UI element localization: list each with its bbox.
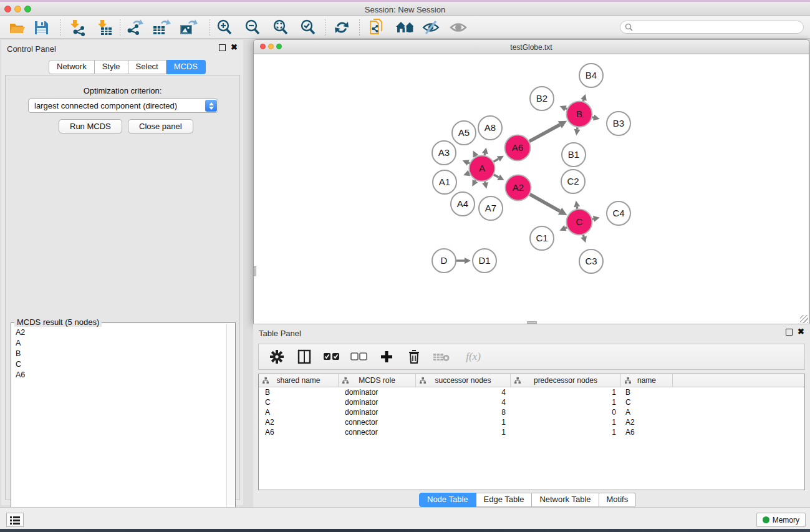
function-builder-icon[interactable]: f(x) [460, 347, 487, 366]
table-cell[interactable]: A [621, 407, 673, 417]
tab-node-table[interactable]: Node Table [419, 493, 476, 507]
result-item[interactable]: C [12, 359, 226, 369]
add-column-icon[interactable] [377, 347, 396, 366]
save-session-icon[interactable] [31, 18, 51, 37]
zoom-fit-icon[interactable] [271, 18, 291, 37]
table-cell[interactable]: B [259, 387, 339, 397]
table-cell[interactable]: 4 [416, 387, 511, 397]
table-cell[interactable]: connector [339, 417, 416, 427]
home-view-icon[interactable] [395, 18, 415, 37]
table-row[interactable]: A6connector11A6 [259, 427, 804, 437]
clone-network-icon[interactable] [367, 18, 387, 37]
edge-B-B3[interactable] [592, 117, 594, 118]
edge-A-A4[interactable] [475, 180, 476, 181]
table-cell[interactable]: dominator [339, 387, 416, 397]
edge-B-B4[interactable] [583, 100, 584, 101]
edge-A-A6[interactable] [494, 159, 499, 162]
hide-selected-icon[interactable] [421, 18, 441, 37]
table-row[interactable]: Adominator80A [259, 407, 804, 417]
search-box[interactable] [620, 21, 804, 34]
export-table-icon[interactable] [151, 18, 171, 37]
deselect-all-icon[interactable] [350, 347, 369, 366]
close-panel-icon[interactable]: ✖ [231, 43, 238, 52]
column-layout-icon[interactable] [295, 347, 314, 366]
table-row[interactable]: Cdominator41C [259, 397, 804, 407]
tab-mcds[interactable]: MCDS [166, 60, 206, 74]
table-cell[interactable]: 4 [416, 397, 511, 407]
column-header-name[interactable]: name [621, 374, 673, 387]
edge-C-C3[interactable] [583, 235, 584, 237]
network-graph[interactable]: B4B2BB3A8A5A6A3B1AA1C2A2A4A7C4CC1C3DD1 [254, 54, 809, 324]
delete-table-icon[interactable] [432, 347, 451, 366]
import-network-icon[interactable] [67, 18, 87, 37]
table-cell[interactable]: A6 [621, 427, 673, 437]
edge-A2-C[interactable] [530, 195, 560, 211]
show-all-icon[interactable] [448, 18, 468, 37]
settings-gear-icon[interactable] [268, 347, 286, 366]
tab-network[interactable]: Network [49, 60, 95, 74]
table-cell[interactable]: 1 [416, 427, 511, 437]
close-panel-button[interactable]: Close panel [128, 119, 193, 133]
zoom-in-icon[interactable] [215, 18, 234, 37]
table-cell[interactable]: dominator [339, 397, 416, 407]
result-item[interactable]: A6 [12, 369, 226, 380]
table-cell[interactable]: C [259, 397, 339, 407]
table-cell[interactable]: 8 [416, 407, 511, 417]
splitter-handle-icon[interactable] [527, 321, 537, 324]
tab-network-table[interactable]: Network Table [532, 493, 599, 507]
mcds-result-list[interactable]: A2ABCA6 [12, 327, 226, 531]
table-row[interactable]: Bdominator41B [259, 387, 804, 397]
table-cell[interactable]: dominator [339, 407, 416, 417]
tab-style[interactable]: Style [95, 60, 128, 74]
table-cell[interactable]: C [621, 397, 673, 407]
tab-motifs[interactable]: Motifs [599, 493, 637, 507]
tab-select[interactable]: Select [128, 60, 166, 74]
node-table[interactable]: shared nameMCDS rolesuccessor nodesprede… [258, 374, 805, 490]
column-header-MCDS-role[interactable]: MCDS role [339, 374, 416, 387]
search-input[interactable] [635, 23, 803, 32]
export-image-icon[interactable] [178, 18, 198, 37]
result-item[interactable]: B [12, 348, 226, 359]
apply-layout-icon[interactable] [332, 18, 352, 37]
table-cell[interactable]: 1 [511, 427, 621, 437]
table-cell[interactable]: 1 [511, 397, 621, 407]
column-header-shared-name[interactable]: shared name [259, 374, 339, 387]
export-network-icon[interactable] [124, 18, 144, 37]
splitter-handle-icon[interactable] [254, 266, 256, 276]
optimization-criterion-select[interactable]: largest connected component (directed) [28, 99, 218, 113]
open-session-icon[interactable] [7, 18, 27, 37]
table-row[interactable]: A2connector11A2 [259, 417, 804, 427]
zoom-selected-icon[interactable] [298, 18, 318, 37]
table-cell[interactable]: A [259, 407, 339, 417]
column-header-predecessor-nodes[interactable]: predecessor nodes [511, 374, 621, 387]
close-panel-icon[interactable]: ✖ [798, 327, 804, 336]
network-window-titlebar[interactable]: testGlobe.txt [254, 40, 809, 54]
task-history-button[interactable] [6, 513, 24, 527]
edge-A-A8[interactable] [485, 153, 485, 155]
table-cell[interactable]: A2 [621, 417, 673, 427]
edge-A6-B[interactable] [529, 125, 560, 142]
result-item[interactable]: A [12, 337, 226, 348]
edge-A-A2[interactable] [494, 175, 499, 177]
table-cell[interactable]: 1 [511, 387, 621, 397]
table-cell[interactable]: 1 [416, 417, 511, 427]
table-cell[interactable]: A2 [259, 417, 339, 427]
float-panel-icon[interactable] [786, 329, 793, 336]
network-canvas[interactable]: B4B2BB3A8A5A6A3B1AA1C2A2A4A7C4CC1C3DD1 [254, 54, 809, 324]
delete-column-trash-icon[interactable] [405, 347, 423, 366]
memory-button[interactable]: Memory [756, 513, 806, 527]
table-cell[interactable]: A6 [259, 427, 339, 437]
edge-C-C1[interactable] [566, 228, 567, 228]
result-scrollbar[interactable] [226, 324, 234, 532]
result-item[interactable]: A2 [12, 327, 226, 337]
import-table-icon[interactable] [94, 18, 114, 37]
edge-B-B2[interactable] [566, 109, 567, 109]
table-cell[interactable]: connector [339, 427, 416, 437]
resize-grip-icon[interactable] [800, 315, 808, 323]
table-cell[interactable]: B [621, 387, 673, 397]
table-cell[interactable]: 1 [511, 417, 621, 427]
column-header-successor-nodes[interactable]: successor nodes [416, 374, 511, 387]
tab-edge-table[interactable]: Edge Table [476, 493, 533, 507]
table-cell[interactable]: 0 [511, 407, 621, 417]
select-all-icon[interactable] [322, 347, 341, 366]
